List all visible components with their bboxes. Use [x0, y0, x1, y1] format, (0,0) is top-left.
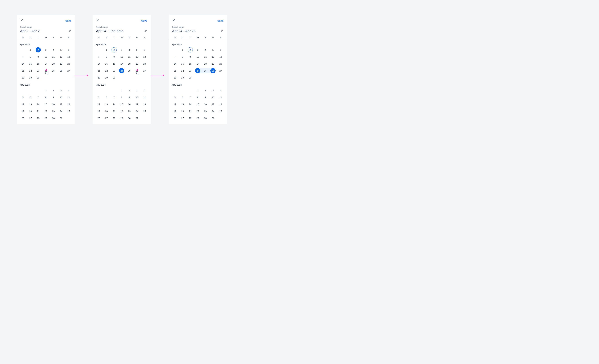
- day-cell[interactable]: 1: [27, 47, 34, 53]
- day-cell[interactable]: 20: [27, 108, 34, 114]
- day-cell[interactable]: 11: [202, 54, 209, 60]
- day-cell[interactable]: 24: [118, 68, 126, 73]
- day-cell[interactable]: 23: [202, 108, 209, 114]
- day-cell[interactable]: 18: [202, 61, 209, 67]
- day-cell[interactable]: 15: [27, 61, 34, 67]
- day-cell[interactable]: 22: [103, 68, 110, 73]
- day-cell[interactable]: 13: [217, 54, 224, 60]
- day-cell[interactable]: 3: [57, 87, 65, 93]
- day-cell[interactable]: 4: [125, 47, 133, 53]
- day-cell[interactable]: 7: [110, 95, 118, 100]
- day-cell[interactable]: 11: [141, 95, 148, 100]
- day-cell[interactable]: 13: [179, 101, 186, 107]
- day-cell[interactable]: 1: [42, 87, 50, 93]
- day-cell[interactable]: 29: [194, 115, 202, 121]
- day-cell[interactable]: 20: [141, 61, 148, 67]
- day-cell[interactable]: 6: [217, 47, 224, 53]
- day-cell[interactable]: 25: [50, 68, 57, 73]
- day-cell[interactable]: 17: [42, 61, 50, 67]
- day-cell[interactable]: 28: [171, 75, 179, 80]
- day-cell[interactable]: 5: [209, 47, 217, 53]
- day-cell[interactable]: 29: [179, 75, 186, 80]
- day-cell[interactable]: 30: [34, 75, 42, 80]
- day-cell[interactable]: 1: [118, 87, 126, 93]
- day-cell[interactable]: 4: [50, 47, 57, 53]
- day-cell[interactable]: 23: [186, 68, 194, 73]
- day-cell[interactable]: 13: [141, 54, 148, 60]
- day-cell[interactable]: 24: [57, 108, 65, 114]
- day-cell[interactable]: 27: [65, 68, 72, 73]
- day-cell[interactable]: 30: [202, 115, 209, 121]
- pencil-icon[interactable]: [68, 29, 71, 33]
- day-cell[interactable]: 20: [217, 61, 224, 67]
- day-cell[interactable]: 11: [50, 54, 57, 60]
- day-cell[interactable]: 30: [110, 75, 118, 80]
- day-cell[interactable]: 21: [34, 108, 42, 114]
- day-cell[interactable]: 14: [186, 101, 194, 107]
- day-cell[interactable]: 19: [95, 108, 103, 114]
- day-cell[interactable]: 28: [95, 75, 103, 80]
- day-cell[interactable]: 23: [110, 68, 118, 73]
- day-cell[interactable]: 26: [57, 68, 65, 73]
- day-cell[interactable]: 14: [171, 61, 179, 67]
- day-cell[interactable]: 21: [110, 108, 118, 114]
- day-cell[interactable]: 9: [125, 95, 133, 100]
- day-cell[interactable]: 30: [186, 75, 194, 80]
- day-cell[interactable]: 21: [95, 68, 103, 73]
- day-cell[interactable]: 8: [179, 54, 186, 60]
- pencil-icon[interactable]: [144, 29, 147, 33]
- day-cell[interactable]: 19: [209, 61, 217, 67]
- day-cell[interactable]: 3: [42, 47, 50, 53]
- day-cell[interactable]: 12: [171, 101, 179, 107]
- day-cell[interactable]: 28: [110, 115, 118, 121]
- day-cell[interactable]: 6: [141, 47, 148, 53]
- day-cell[interactable]: 12: [95, 101, 103, 107]
- day-cell[interactable]: 28: [186, 115, 194, 121]
- day-cell[interactable]: 24: [194, 68, 202, 73]
- day-cell[interactable]: 9: [202, 95, 209, 100]
- day-cell[interactable]: 25: [125, 68, 133, 73]
- close-icon[interactable]: [96, 18, 99, 22]
- day-cell[interactable]: 29: [118, 115, 126, 121]
- day-cell[interactable]: 14: [110, 101, 118, 107]
- day-cell[interactable]: 12: [209, 54, 217, 60]
- day-cell[interactable]: 29: [27, 75, 34, 80]
- day-cell[interactable]: 10: [194, 54, 202, 60]
- day-cell[interactable]: 10: [118, 54, 126, 60]
- save-button[interactable]: Save: [65, 19, 71, 22]
- day-cell[interactable]: 14: [95, 61, 103, 67]
- day-cell[interactable]: 21: [186, 108, 194, 114]
- day-cell[interactable]: 19: [171, 108, 179, 114]
- day-cell[interactable]: 1: [179, 47, 186, 53]
- day-cell[interactable]: 5: [57, 47, 65, 53]
- day-cell[interactable]: 6: [179, 95, 186, 100]
- day-cell[interactable]: 12: [57, 54, 65, 60]
- day-cell[interactable]: 11: [217, 95, 224, 100]
- day-cell[interactable]: 6: [27, 95, 34, 100]
- day-cell[interactable]: 13: [65, 54, 72, 60]
- day-cell[interactable]: 9: [50, 95, 57, 100]
- day-cell[interactable]: 17: [209, 101, 217, 107]
- day-cell[interactable]: 6: [103, 95, 110, 100]
- day-cell[interactable]: 2: [202, 87, 209, 93]
- day-cell[interactable]: 25: [65, 108, 72, 114]
- day-cell[interactable]: 16: [202, 101, 209, 107]
- day-cell[interactable]: 3: [209, 87, 217, 93]
- day-cell[interactable]: 2: [50, 87, 57, 93]
- day-cell[interactable]: 30: [50, 115, 57, 121]
- day-cell[interactable]: 17: [194, 61, 202, 67]
- day-cell[interactable]: 15: [118, 101, 126, 107]
- day-cell[interactable]: 10: [57, 95, 65, 100]
- day-cell[interactable]: 27: [217, 68, 224, 73]
- day-cell[interactable]: 12: [19, 101, 27, 107]
- day-cell[interactable]: 2: [110, 47, 118, 53]
- day-cell[interactable]: 8: [42, 95, 50, 100]
- day-cell[interactable]: 2: [34, 47, 42, 53]
- day-cell[interactable]: 23: [34, 68, 42, 73]
- day-cell[interactable]: 15: [103, 61, 110, 67]
- day-cell[interactable]: 3: [133, 87, 141, 93]
- day-cell[interactable]: 14: [34, 101, 42, 107]
- day-cell[interactable]: 26: [95, 115, 103, 121]
- day-cell[interactable]: 16: [34, 61, 42, 67]
- day-cell[interactable]: 18: [50, 61, 57, 67]
